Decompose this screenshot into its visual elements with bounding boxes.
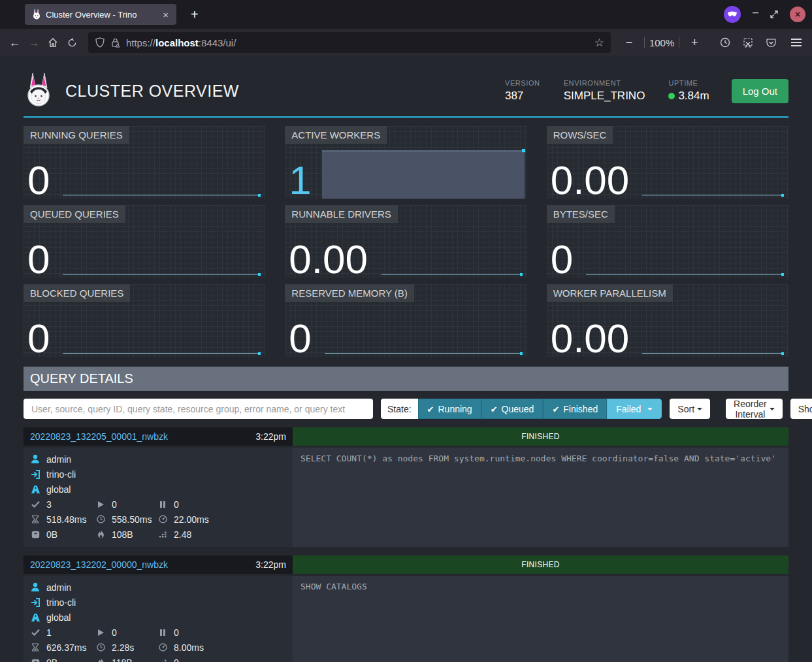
menu-hamburger-icon[interactable] [787, 39, 805, 46]
reload-icon[interactable] [64, 33, 80, 52]
filter-finished-button[interactable]: Finished [543, 399, 607, 419]
tab-close-icon[interactable]: × [161, 9, 170, 20]
query-resource-group: global [46, 484, 71, 495]
window-close-button[interactable]: × [790, 7, 805, 22]
back-icon[interactable]: ← [7, 33, 23, 52]
stat-card-rows-sec: ROWS/SEC 0.00 [547, 126, 788, 199]
stat-value: 0.00 [551, 161, 630, 199]
browser-tab[interactable]: Cluster Overview - Trino × [25, 4, 176, 25]
filter-queued-button[interactable]: Queued [481, 399, 544, 419]
stat-card-bytes-sec: BYTES/SEC 0 [547, 205, 788, 278]
parallelism-chart-icon [157, 659, 168, 662]
user-icon [30, 454, 41, 464]
url-text[interactable]: https://localhost:8443/ui/ [126, 37, 589, 48]
query-id-link[interactable]: 20220823_132202_00000_nwbzk [30, 559, 168, 570]
query-search-input[interactable] [24, 399, 373, 419]
stat-value: 0 [551, 240, 573, 278]
zoom-level[interactable]: 100% [649, 37, 674, 48]
clock-icon [95, 643, 106, 652]
pocket-save-icon[interactable] [763, 33, 779, 52]
completed-splits: 3 [46, 499, 52, 510]
query-source: trino-cli [46, 469, 76, 480]
check-icon [427, 404, 434, 414]
sign-in-source-icon [30, 470, 41, 479]
stat-value: 0.00 [289, 240, 368, 278]
cpu-time: 558.50ms [112, 514, 152, 525]
parallelism: 2.48 [174, 529, 191, 540]
filter-failed-dropdown[interactable]: Failed [607, 399, 662, 419]
check-icon [491, 404, 498, 414]
uptime-meta: UPTIME 3.84m [668, 79, 709, 103]
execution-time: 8.00ms [174, 642, 204, 653]
running-splits: 0 [112, 627, 117, 638]
zoom-out-button[interactable]: − [619, 33, 640, 52]
uptime-status-dot [668, 93, 675, 99]
check-icon [552, 404, 559, 414]
sparkline [60, 212, 263, 278]
query-text[interactable]: SELECT COUNT(*) as nodes FROM system.run… [293, 448, 788, 547]
history-clock-icon[interactable] [717, 33, 733, 52]
running-splits: 0 [112, 499, 117, 510]
home-icon[interactable] [44, 33, 61, 52]
stat-value: 0 [289, 320, 311, 357]
stat-value: 0 [27, 320, 50, 357]
user-icon [30, 582, 41, 592]
forward-icon: → [25, 33, 42, 52]
chevron-down-icon [770, 408, 775, 410]
header-accent-rule [24, 116, 788, 118]
query-text[interactable]: SHOW CATALOGS [293, 576, 788, 662]
tab-title: Cluster Overview - Trino [46, 10, 157, 20]
completed-splits: 1 [46, 627, 52, 638]
page-title: CLUSTER OVERVIEW [65, 82, 505, 101]
gauge-icon [157, 643, 168, 652]
filter-running-button[interactable]: Running [418, 399, 481, 419]
url-bar[interactable]: https://localhost:8443/ui/ ☆ [88, 32, 611, 53]
environment-meta: ENVIRONMENT SIMPLE_TRINO [564, 79, 645, 103]
queued-splits: 0 [174, 627, 179, 638]
screenshot-icon[interactable] [740, 33, 756, 52]
memory-scale-icon [30, 531, 41, 538]
cumulative-memory: 108B [112, 529, 133, 540]
check-splits-icon [30, 629, 41, 636]
query-details-toolbar: State: Running Queued Finished Failed So… [24, 399, 788, 419]
query-time: 3:22pm [255, 559, 286, 570]
sparkline [322, 150, 525, 199]
chevron-down-icon [647, 408, 653, 410]
gauge-icon [157, 515, 168, 523]
cumulative-memory: 118B [112, 657, 133, 662]
query-stats-panel: admin trino-cli global 3 0 0 518.48ms 55… [24, 448, 293, 547]
zoom-in-button[interactable]: + [684, 33, 705, 52]
sign-in-source-icon [30, 598, 41, 607]
cpu-time: 2.28s [112, 642, 134, 653]
fire-icon [95, 530, 106, 538]
play-icon [95, 629, 106, 637]
sparkline [640, 133, 786, 199]
query-resource-group: global [46, 612, 71, 623]
query-id-link[interactable]: 20220823_132205_00001_nwbzk [30, 431, 168, 442]
wall-time: 626.37ms [46, 642, 86, 653]
bookmark-star-icon[interactable]: ☆ [594, 36, 604, 50]
queued-splits: 0 [174, 499, 179, 510]
window-minimize-button[interactable]: – [753, 7, 758, 18]
query-row: 20220823_132202_00000_nwbzk 3:22pm FINIS… [24, 555, 788, 662]
fire-icon [95, 658, 106, 662]
window-maximize-button[interactable] [770, 10, 778, 18]
reorder-interval-dropdown[interactable]: Reorder Interval [726, 399, 783, 419]
logout-button[interactable]: Log Out [732, 79, 788, 103]
sparkline [378, 212, 525, 278]
sparkline [640, 291, 786, 357]
new-tab-button[interactable]: + [186, 7, 204, 22]
tracking-shield-icon[interactable] [95, 37, 105, 48]
query-stats-panel: admin trino-cli global 1 0 0 626.37ms 2.… [24, 576, 293, 662]
show-dropdown[interactable]: Show [790, 399, 812, 419]
current-memory: 0B [46, 657, 57, 662]
stat-card-blocked-queries: BLOCKED QUERIES 0 [24, 284, 265, 357]
query-status-badge: FINISHED [293, 555, 788, 574]
query-user: admin [46, 454, 71, 465]
hourglass-icon [30, 515, 41, 523]
query-details-header: QUERY DETAILS [24, 367, 788, 391]
sort-dropdown[interactable]: Sort [670, 399, 710, 419]
lock-warning-icon[interactable] [110, 38, 121, 48]
query-status-badge: FINISHED [293, 427, 788, 446]
query-time: 3:22pm [255, 431, 286, 442]
